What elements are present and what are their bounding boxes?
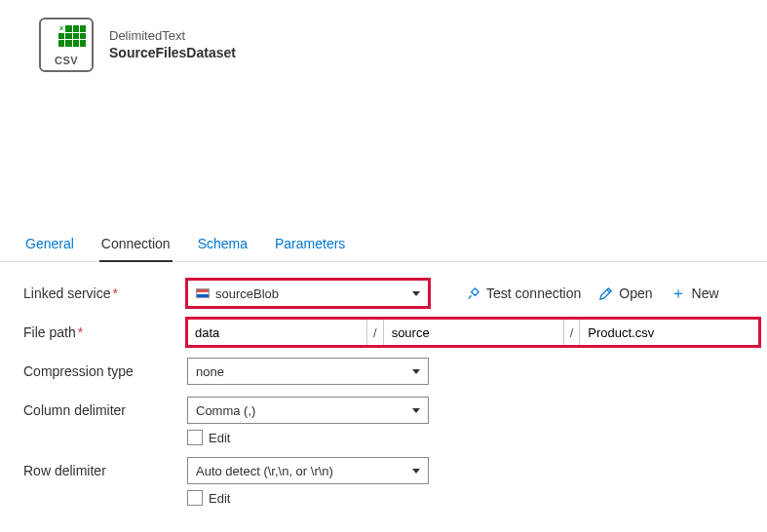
linked-service-value: sourceBlob <box>215 286 279 301</box>
dataset-header: X CSV DelimitedText SourceFilesDataset <box>0 0 767 82</box>
file-path-label: File path* <box>23 324 187 340</box>
dataset-name: SourceFilesDataset <box>109 44 236 62</box>
file-path-input-group: / / <box>187 319 759 346</box>
storage-icon <box>196 288 210 298</box>
path-separator: / <box>366 319 384 346</box>
compression-type-dropdown[interactable]: none <box>187 358 429 385</box>
column-delimiter-edit-label: Edit <box>209 431 230 445</box>
tab-schema[interactable]: Schema <box>196 228 249 262</box>
csv-file-icon: X CSV <box>39 18 94 72</box>
pencil-icon <box>598 286 613 301</box>
dataset-type-label: DelimitedText <box>109 27 236 45</box>
path-separator: / <box>563 319 581 346</box>
row-delimiter-dropdown[interactable]: Auto detect (\r,\n, or \r\n) <box>187 457 429 484</box>
plus-icon: ＋ <box>671 285 686 301</box>
tab-parameters[interactable]: Parameters <box>273 228 347 262</box>
test-connection-icon <box>466 286 480 301</box>
chevron-down-icon <box>412 408 420 413</box>
file-path-file-input[interactable] <box>580 319 759 346</box>
compression-type-label: Compression type <box>23 363 187 379</box>
chevron-down-icon <box>412 369 420 374</box>
file-path-directory-input[interactable] <box>384 319 563 346</box>
row-delimiter-edit-checkbox[interactable] <box>187 490 203 506</box>
new-button[interactable]: ＋ New <box>667 284 723 303</box>
column-delimiter-label: Column delimiter <box>23 402 187 418</box>
chevron-down-icon <box>412 291 420 296</box>
column-delimiter-dropdown[interactable]: Comma (,) <box>187 397 429 424</box>
open-button[interactable]: Open <box>594 284 656 303</box>
connection-form: Linked service* sourceBlob Test connecti… <box>0 262 767 506</box>
linked-service-label: Linked service* <box>23 285 187 301</box>
linked-service-dropdown[interactable]: sourceBlob <box>187 280 429 307</box>
compression-type-value: none <box>196 364 224 379</box>
row-delimiter-label: Row delimiter <box>23 463 187 478</box>
chevron-down-icon <box>412 469 420 474</box>
file-path-container-input[interactable] <box>187 319 366 346</box>
column-delimiter-value: Comma (,) <box>196 403 255 418</box>
tab-connection[interactable]: Connection <box>99 228 173 262</box>
tab-general[interactable]: General <box>23 228 76 262</box>
csv-icon-label: CSV <box>47 55 86 66</box>
test-connection-button[interactable]: Test connection <box>462 284 585 303</box>
tab-bar: General Connection Schema Parameters <box>0 228 767 262</box>
row-delimiter-edit-label: Edit <box>209 491 230 506</box>
row-delimiter-value: Auto detect (\r,\n, or \r\n) <box>196 464 333 478</box>
column-delimiter-edit-checkbox[interactable] <box>187 430 203 445</box>
